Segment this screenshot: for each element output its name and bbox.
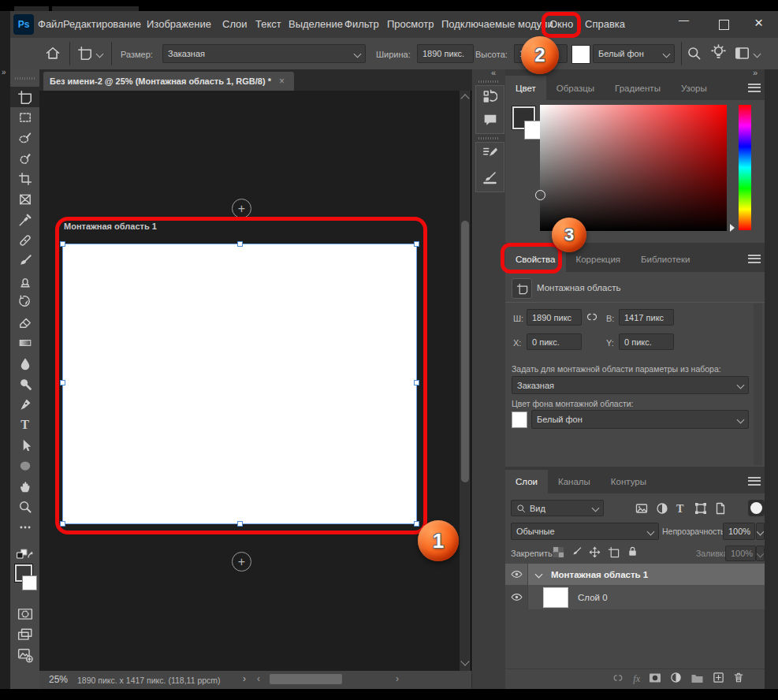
filter-toggle-knob[interactable] bbox=[750, 502, 762, 514]
artboard-bg-color-select[interactable]: Белый фон bbox=[531, 410, 749, 429]
tab-swatches[interactable]: Образцы bbox=[546, 76, 605, 100]
tab-paths[interactable]: Контуры bbox=[601, 470, 657, 493]
artboard-bg-color-swatch[interactable] bbox=[571, 45, 590, 64]
add-artboard-bottom-button[interactable]: + bbox=[232, 552, 251, 572]
background-color-swatch[interactable] bbox=[22, 575, 37, 590]
swap-colors-icon[interactable] bbox=[10, 547, 39, 563]
artboard-bg-select[interactable]: Белый фон bbox=[593, 44, 675, 63]
ellipse-tool[interactable] bbox=[10, 456, 39, 476]
menu-view[interactable]: Просмотр bbox=[387, 18, 434, 30]
menu-help[interactable]: Справка bbox=[585, 18, 625, 30]
status-popup-chevron[interactable]: › bbox=[243, 673, 246, 684]
layer-row-layer0[interactable]: Слой 0 bbox=[505, 585, 765, 609]
foreground-background-colors[interactable] bbox=[13, 563, 37, 599]
opacity-field[interactable]: 100% bbox=[723, 523, 755, 540]
fill-dropdown-button[interactable] bbox=[756, 545, 765, 561]
zoom-level[interactable]: 25% bbox=[49, 674, 68, 685]
artboard-tool[interactable] bbox=[10, 87, 39, 107]
crop-tool[interactable] bbox=[10, 169, 39, 189]
menu-file[interactable]: Файл bbox=[38, 18, 63, 30]
lock-all-icon[interactable] bbox=[627, 545, 638, 560]
hand-tool[interactable] bbox=[10, 476, 39, 497]
home-icon[interactable] bbox=[45, 45, 61, 64]
menu-edit[interactable]: Редактирование bbox=[63, 18, 141, 30]
link-dimensions-icon[interactable] bbox=[585, 311, 599, 326]
blur-tool[interactable] bbox=[10, 353, 39, 374]
quick-mask-icon[interactable] bbox=[10, 604, 39, 624]
tab-libraries[interactable]: Библиотеки bbox=[631, 246, 700, 272]
lock-pixels-icon[interactable] bbox=[571, 546, 583, 561]
expand-artboard-chevron[interactable] bbox=[535, 571, 543, 579]
artboard-preset-select[interactable]: Заказная bbox=[512, 376, 749, 394]
brush-tool[interactable] bbox=[10, 251, 39, 271]
edit-toolbar-button[interactable] bbox=[10, 517, 39, 538]
color-panel-menu-icon[interactable] bbox=[748, 84, 761, 92]
layer-effects-icon[interactable]: fx bbox=[633, 673, 640, 685]
scroll-down-arrow[interactable] bbox=[460, 657, 469, 665]
width-field[interactable]: 1890 пикс. bbox=[417, 44, 474, 63]
screen-mode-icon[interactable] bbox=[10, 624, 39, 645]
hscroll-right-arrow[interactable]: › bbox=[396, 673, 399, 684]
workspace-chevron[interactable] bbox=[754, 50, 761, 58]
eraser-tool[interactable] bbox=[10, 312, 39, 333]
pixel-filter-icon[interactable] bbox=[635, 502, 648, 518]
size-select[interactable]: Заказная bbox=[162, 44, 366, 63]
minimize-button[interactable]: — bbox=[679, 14, 689, 26]
close-button[interactable]: × bbox=[754, 14, 763, 32]
layer-visibility-cell[interactable] bbox=[505, 564, 528, 585]
document-tab-close[interactable]: × bbox=[279, 76, 285, 87]
layers-panel-menu-icon[interactable] bbox=[748, 477, 761, 486]
prop-x-field[interactable]: 0 пикс. bbox=[527, 333, 582, 350]
saturation-brightness-field[interactable] bbox=[540, 105, 727, 231]
dodge-tool[interactable] bbox=[10, 374, 39, 394]
artboard-tool-preset-icon[interactable] bbox=[77, 46, 92, 64]
clone-stamp-tool[interactable] bbox=[10, 271, 39, 292]
history-panel-icon[interactable] bbox=[482, 89, 497, 107]
delete-layer-icon[interactable] bbox=[733, 672, 744, 687]
lock-transparency-icon[interactable] bbox=[553, 546, 564, 561]
tab-patterns[interactable]: Узоры bbox=[671, 76, 717, 100]
link-layers-icon[interactable] bbox=[612, 672, 624, 687]
menu-select[interactable]: Выделение bbox=[288, 18, 343, 30]
layer-mask-icon[interactable] bbox=[649, 672, 661, 687]
type-filter-icon[interactable]: T bbox=[676, 501, 683, 516]
expand-dock-icon[interactable]: » bbox=[2, 68, 6, 76]
pen-tool[interactable] bbox=[10, 394, 39, 415]
dock-grip[interactable] bbox=[478, 80, 499, 83]
lock-artboard-icon[interactable] bbox=[608, 546, 620, 561]
prop-h-field[interactable]: 1417 пикс bbox=[619, 309, 674, 326]
canvas-vertical-scrollbar[interactable] bbox=[460, 91, 471, 671]
dock-grip[interactable] bbox=[478, 137, 499, 140]
tab-channels[interactable]: Каналы bbox=[548, 470, 601, 493]
color-picker-cursor[interactable] bbox=[535, 190, 545, 200]
brush-settings-panel-icon[interactable] bbox=[482, 146, 497, 164]
properties-panel-menu-icon[interactable] bbox=[748, 255, 761, 263]
shape-filter-icon[interactable] bbox=[694, 502, 707, 518]
group-layers-icon[interactable] bbox=[691, 672, 704, 687]
opacity-dropdown-button[interactable] bbox=[756, 523, 765, 540]
gradient-tool[interactable] bbox=[10, 333, 39, 353]
lock-position-icon[interactable] bbox=[589, 546, 601, 561]
prop-w-field[interactable]: 1890 пикс bbox=[527, 309, 582, 326]
layer-filter-select[interactable]: Вид bbox=[511, 500, 604, 516]
menu-type[interactable]: Текст bbox=[255, 18, 281, 30]
tab-gradients[interactable]: Градиенты bbox=[605, 76, 671, 100]
menu-filter[interactable]: Фильтр bbox=[344, 18, 379, 30]
scroll-up-arrow[interactable] bbox=[460, 94, 469, 102]
menu-layers[interactable]: Слои bbox=[222, 18, 248, 30]
quick-selection-tool[interactable] bbox=[10, 148, 39, 169]
eyedropper-tool[interactable] bbox=[10, 210, 39, 230]
history-brush-tool[interactable] bbox=[10, 292, 39, 312]
workspace-switcher-icon[interactable] bbox=[735, 46, 750, 64]
layer-thumbnail[interactable] bbox=[543, 587, 568, 608]
tool-presets-panel-icon[interactable] bbox=[482, 170, 497, 188]
hue-slider[interactable] bbox=[739, 105, 751, 230]
tab-color[interactable]: Цвет bbox=[505, 76, 546, 100]
hscroll-thumb[interactable] bbox=[270, 674, 342, 684]
add-artboard-top-button[interactable]: + bbox=[232, 199, 251, 218]
share-image-icon[interactable] bbox=[10, 645, 39, 665]
type-tool[interactable]: T bbox=[10, 415, 39, 435]
spot-healing-brush-tool[interactable] bbox=[10, 230, 39, 251]
tab-layers[interactable]: Слои bbox=[505, 470, 548, 493]
toolbar-grip[interactable] bbox=[15, 77, 35, 80]
